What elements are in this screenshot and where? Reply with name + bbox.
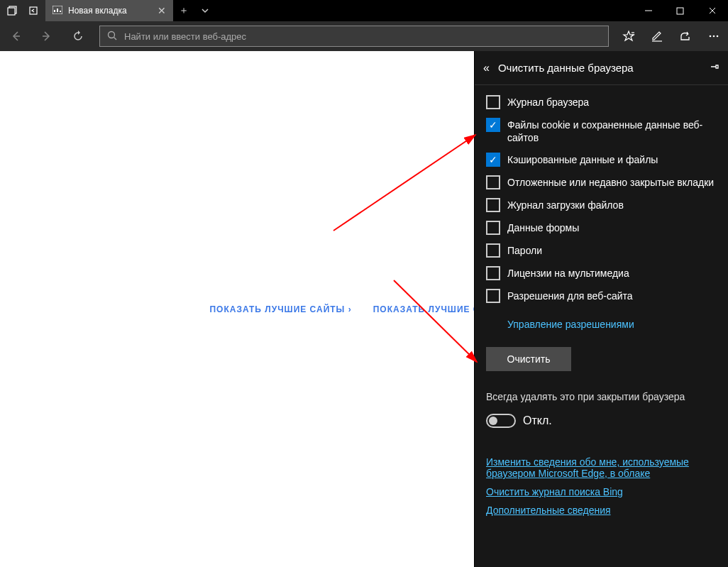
checkbox-label: Данные формы bbox=[507, 221, 579, 234]
more-info-link[interactable]: Дополнительные сведения bbox=[486, 505, 717, 516]
checkbox[interactable]: ✓ bbox=[486, 118, 500, 132]
checkbox-label: Разрешения для веб-сайта bbox=[507, 289, 633, 302]
maximize-button[interactable] bbox=[664, 0, 696, 21]
checkbox[interactable] bbox=[486, 198, 500, 212]
toolbar: Найти или ввести веб-адрес bbox=[0, 21, 728, 51]
titlebar: Новая вкладка ✕ ＋ bbox=[0, 0, 728, 21]
checkbox-label: Пароли bbox=[507, 243, 542, 257]
always-clear-label: Всегда удалять это при закрытии браузера bbox=[486, 391, 717, 402]
checkbox-row: ✓Кэшированные данные и файлы bbox=[486, 153, 717, 167]
checkbox-row: Лицензии на мультимедиа bbox=[486, 266, 717, 280]
checkbox-row: Данные формы bbox=[486, 221, 717, 235]
manage-permissions-link[interactable]: Управление разрешениями bbox=[507, 319, 717, 330]
tab-close-icon[interactable]: ✕ bbox=[158, 5, 166, 16]
address-placeholder: Найти или ввести веб-адрес bbox=[124, 31, 246, 42]
refresh-button[interactable] bbox=[62, 21, 94, 51]
checkbox-label: Отложенные или недавно закрытые вкладки bbox=[507, 175, 714, 189]
svg-rect-1 bbox=[8, 8, 15, 15]
svg-rect-5 bbox=[57, 9, 58, 12]
checkbox[interactable] bbox=[486, 95, 500, 109]
toolbar-icons bbox=[614, 21, 728, 51]
panel-title: Очистить данные браузера bbox=[498, 62, 634, 74]
tab-new-page[interactable]: Новая вкладка ✕ bbox=[45, 0, 173, 21]
tabs-dropdown-icon[interactable] bbox=[194, 0, 216, 21]
favorites-icon[interactable] bbox=[614, 21, 643, 51]
svg-point-13 bbox=[109, 31, 115, 38]
checkbox-label: Лицензии на мультимедиа bbox=[507, 266, 629, 280]
checkbox[interactable] bbox=[486, 243, 500, 258]
panel-body: Журнал браузера✓Файлы cookie и сохраненн… bbox=[475, 85, 728, 526]
notes-icon[interactable] bbox=[643, 21, 671, 51]
tab-favicon bbox=[53, 6, 62, 16]
checkbox-label: Журнал браузера bbox=[507, 95, 589, 109]
close-window-button[interactable] bbox=[696, 0, 728, 21]
search-icon bbox=[107, 31, 117, 43]
checkbox-label: Журнал загрузки файлов bbox=[507, 198, 624, 211]
forward-button[interactable] bbox=[31, 21, 62, 51]
checkbox-row: Разрешения для веб-сайта bbox=[486, 289, 717, 303]
clear-bing-link[interactable]: Очистить журнал поиска Bing bbox=[486, 486, 717, 497]
panel-back-icon[interactable]: « bbox=[483, 62, 490, 75]
clear-button[interactable]: Очистить bbox=[486, 347, 571, 371]
set-aside-icon[interactable] bbox=[26, 0, 41, 21]
panel-header: « Очистить данные браузера bbox=[475, 51, 728, 85]
svg-point-20 bbox=[717, 35, 719, 38]
checkbox-row: Отложенные или недавно закрытые вкладки bbox=[486, 175, 717, 189]
share-icon[interactable] bbox=[671, 21, 700, 51]
address-bar[interactable]: Найти или ввести веб-адрес bbox=[99, 26, 609, 47]
checkbox-label: Кэшированные данные и файлы bbox=[507, 153, 658, 166]
svg-line-14 bbox=[114, 37, 117, 40]
checkbox-row: Журнал загрузки файлов bbox=[486, 198, 717, 212]
checkbox[interactable] bbox=[486, 175, 500, 189]
checkbox-label: Файлы cookie и сохраненные данные веб-са… bbox=[507, 118, 717, 144]
always-clear-toggle[interactable] bbox=[486, 414, 516, 428]
panel-pin-icon[interactable] bbox=[710, 62, 719, 74]
tab-title: Новая вкладка bbox=[68, 6, 127, 16]
svg-point-19 bbox=[713, 35, 715, 38]
titlebar-left-icons bbox=[0, 0, 45, 21]
svg-rect-2 bbox=[30, 7, 37, 14]
more-icon[interactable] bbox=[700, 21, 728, 51]
svg-point-18 bbox=[710, 35, 712, 38]
checkbox-row: ✓Файлы cookie и сохраненные данные веб-с… bbox=[486, 118, 717, 144]
svg-rect-4 bbox=[54, 10, 55, 12]
tab-strip: Новая вкладка ✕ ＋ bbox=[45, 0, 216, 21]
top-sites-link-1[interactable]: ПОКАЗАТЬ ЛУЧШИЕ САЙТЫ › bbox=[209, 304, 351, 314]
svg-rect-6 bbox=[60, 11, 61, 12]
toggle-state-label: Откл. bbox=[523, 414, 552, 427]
checkbox-row: Пароли bbox=[486, 243, 717, 258]
panel-links: Изменить сведения обо мне, используемые … bbox=[486, 456, 717, 516]
svg-rect-8 bbox=[677, 8, 683, 14]
window-controls bbox=[632, 0, 728, 21]
checkbox[interactable] bbox=[486, 266, 500, 280]
windows-overlap-icon[interactable] bbox=[4, 0, 20, 21]
nav-buttons bbox=[0, 21, 94, 51]
change-cloud-info-link[interactable]: Изменить сведения обо мне, используемые … bbox=[486, 456, 717, 479]
minimize-button[interactable] bbox=[632, 0, 664, 21]
checkbox[interactable] bbox=[486, 289, 500, 303]
new-tab-button[interactable]: ＋ bbox=[173, 0, 194, 21]
checkbox[interactable] bbox=[486, 221, 500, 235]
back-button[interactable] bbox=[0, 21, 31, 51]
clear-data-panel: « Очистить данные браузера Журнал браузе… bbox=[474, 51, 728, 567]
checkbox[interactable]: ✓ bbox=[486, 153, 500, 167]
checkbox-row: Журнал браузера bbox=[486, 95, 717, 109]
always-clear-toggle-row: Откл. bbox=[486, 414, 717, 428]
titlebar-spacer bbox=[216, 0, 632, 21]
